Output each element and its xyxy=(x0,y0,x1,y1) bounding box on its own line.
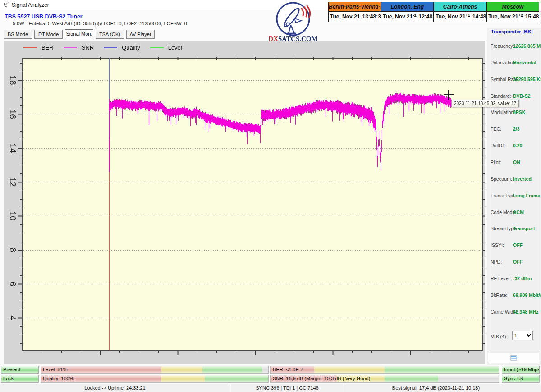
transponder-field-label-code-mode: Code Mode: xyxy=(491,210,516,215)
transponder-field-value: 42,348 MHz xyxy=(513,309,539,315)
transponder-field-value: Inverted xyxy=(513,176,532,182)
status-badge-input: Input (~19 Mbps) xyxy=(502,366,540,374)
legend-swatch xyxy=(64,47,77,48)
clock-cairo: Cairo-Athens Tue, Nov 21 +1 14:48 xyxy=(434,2,486,22)
legend-label: BER xyxy=(41,44,54,51)
mis-label: MIS (4): xyxy=(491,334,507,339)
logo-text: DXSATCS.COM xyxy=(269,35,317,42)
clock-utc-offset: -1 xyxy=(413,13,416,18)
tuner-title: TBS 5927 USB DVB-S2 Tuner xyxy=(5,14,83,20)
status-badge-lock: Lock xyxy=(1,375,39,383)
green-segment xyxy=(202,366,263,373)
window-title: Signal Analyzer xyxy=(12,2,49,8)
world-clocks: Berlin-Paris-Vienna-Roma Tue, Nov 21 13:… xyxy=(328,2,539,22)
status-bar: Locked -> Uptime: 24:33:21 SYNC 396 | TE… xyxy=(0,384,541,392)
status-badge-sync-ts: Sync TS xyxy=(502,375,540,383)
clock-city-label: Moscow xyxy=(486,2,539,12)
legend-item-ber: BER xyxy=(23,44,54,51)
legend-swatch xyxy=(23,47,37,48)
yellow-segment xyxy=(161,375,205,382)
level-progress-bar: Level: 81% xyxy=(41,366,269,374)
transponder-field-label-bitrate: BitRate: xyxy=(491,292,507,298)
status-lock-uptime: Locked -> Uptime: 24:33:21 xyxy=(0,385,230,391)
legend-swatch xyxy=(150,47,164,48)
green-segment xyxy=(385,366,499,373)
status-sync-counters: SYNC 396 | TEI 1 | CC 7146 xyxy=(231,385,344,391)
satellite-dish-icon: DXSATCS.COM xyxy=(269,1,317,43)
clock-time: 14:48 xyxy=(472,14,486,20)
unfilled-segment xyxy=(262,366,268,373)
transponder-field-value: 0.20 xyxy=(513,143,522,148)
transponder-field-value: 69,909 Mbit/s xyxy=(513,292,541,298)
clock-london: London, Eng Tue, Nov 21 -1 12:48:39 xyxy=(381,2,434,22)
clock-date: Tue, Nov 21 xyxy=(436,14,465,20)
tab-tsa-ok[interactable]: TSA (OK) xyxy=(96,30,124,39)
legend-label: Level xyxy=(168,44,182,51)
transponder-field-value: Transport xyxy=(513,226,535,231)
quality-progress-bar: Quality: 100% xyxy=(41,375,269,383)
chart-legend: BERSNRQualityLevel xyxy=(23,44,182,51)
tab-av-player[interactable]: AV Player xyxy=(126,30,155,39)
clock-utc-offset: +2 xyxy=(518,13,523,18)
transponder-field-label-spectrum: Spectrum: xyxy=(491,176,512,182)
tab-bs-mode[interactable]: BS Mode xyxy=(4,30,32,39)
clock-city-label: London, Eng xyxy=(381,2,434,12)
transponder-field-value: Long Frame xyxy=(513,193,540,198)
green-segment xyxy=(205,375,268,382)
transponder-field-label-standard: Standard: xyxy=(491,93,511,99)
transponder-field-label-fec: FEC: xyxy=(491,126,501,132)
crosshair-cursor-icon xyxy=(448,90,449,100)
mis-select[interactable]: 1 xyxy=(512,331,533,340)
transponder-field-value: 12626,865 MHz xyxy=(513,43,541,49)
transponder-field-value: 2/3 xyxy=(513,126,520,132)
snr-progress-bar: SNR: 16,9 dB (Margin: 10,3 dB | Very Goo… xyxy=(270,375,499,383)
transponder-field-value: Horizontal xyxy=(513,60,536,65)
transponder-field-value: -32 dBm xyxy=(513,276,532,281)
mode-tabs: BS ModeDT ModeSignal Mon.TSA (OK)AV Play… xyxy=(4,30,155,39)
transponder-field-label-npd: NPD: xyxy=(491,259,502,264)
transponder-field-value: 8PSK xyxy=(513,109,525,115)
yellow-segment xyxy=(314,366,385,373)
legend-item-quality: Quality xyxy=(104,44,140,51)
transponder-field-value: ON xyxy=(513,160,520,165)
green-segment xyxy=(385,375,438,382)
signal-chart-panel: BERSNRQualityLevel xyxy=(4,41,485,364)
clock-city-label: Cairo-Athens xyxy=(434,2,486,12)
clock-date: Tue, Nov 21 xyxy=(383,14,413,20)
transponder-field-label-modulation: Modulation: xyxy=(491,109,515,115)
dxsatcs-logo: DXSATCS.COM xyxy=(269,1,317,43)
clock-city-label: Berlin-Paris-Vienna-Roma xyxy=(328,2,381,12)
tuner-subtitle: 5.0W - Eutelsat 5 West A/B (ID: 3550) @ … xyxy=(13,21,187,26)
snr-label: SNR: 16,9 dB (Margin: 10,3 dB | Very Goo… xyxy=(273,376,370,381)
legend-item-level: Level xyxy=(150,44,182,51)
legend-label: SNR xyxy=(82,44,94,51)
status-best-signal: Best signal: 17,4 dB (2023-11-21 10:18) xyxy=(344,385,527,391)
clock-moscow: Moscow Tue, Nov 21 +2 15:48 xyxy=(486,2,539,22)
transponder-field-value: 35290,595 KS/s xyxy=(513,77,541,82)
transponder-panel: Transponder [BS] Frequency:12626,865 MHz… xyxy=(487,28,541,365)
transponder-field-value: ACM xyxy=(513,210,524,215)
clock-time: 15:48 xyxy=(525,14,539,20)
legend-label: Quality xyxy=(122,44,140,51)
unfilled-segment xyxy=(438,375,499,382)
chart-tooltip: 2023-11-21 13.45.02, value: 17 xyxy=(451,100,519,107)
transponder-field-label-rolloff: RollOff: xyxy=(491,143,506,148)
tab-signal-mon[interactable]: Signal Mon. xyxy=(65,29,93,39)
transponder-field-label-frequency: Frequency: xyxy=(491,43,514,49)
transponder-field-label-rf-level: RF Level: xyxy=(491,276,511,281)
level-label: Level: 81% xyxy=(43,367,67,372)
transponder-field-label-issyi: ISSYI: xyxy=(491,242,504,248)
legend-swatch xyxy=(104,47,117,48)
ber-progress-bar: BER: <1.0E-7 xyxy=(270,366,499,374)
clock-utc-offset: +1 xyxy=(465,13,470,18)
status-badge-present: Present xyxy=(1,366,39,374)
list-icon xyxy=(510,355,517,361)
app-icon xyxy=(3,2,9,8)
ber-label: BER: <1.0E-7 xyxy=(273,367,303,372)
yellow-segment xyxy=(161,366,202,373)
transponder-field-label-pilot: Pilot: xyxy=(491,160,501,165)
transponder-field-value: DVB-S2 xyxy=(513,93,531,99)
signal-chart-canvas[interactable] xyxy=(4,41,485,365)
tab-dt-mode[interactable]: DT Mode xyxy=(34,30,63,39)
transponder-list-button[interactable] xyxy=(488,353,539,363)
